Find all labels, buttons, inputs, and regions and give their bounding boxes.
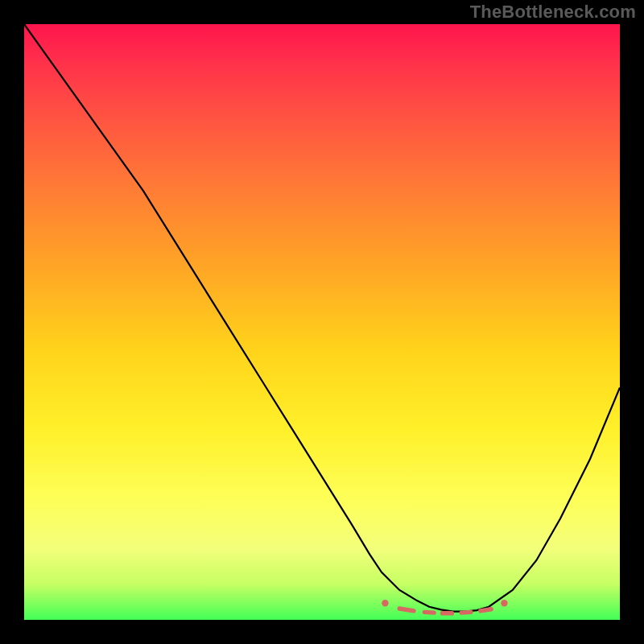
bottleneck-curve xyxy=(24,24,620,612)
marker-dot xyxy=(501,600,507,606)
marker-dash xyxy=(461,612,471,613)
marker-dash xyxy=(399,609,414,611)
watermark-text: TheBottleneck.com xyxy=(470,2,636,23)
marker-dash xyxy=(424,612,434,613)
plot-area xyxy=(24,24,620,620)
marker-dash xyxy=(481,609,491,611)
chart-overlay xyxy=(24,24,620,620)
marker-dot xyxy=(382,600,388,606)
chart-stage: TheBottleneck.com xyxy=(0,0,644,644)
